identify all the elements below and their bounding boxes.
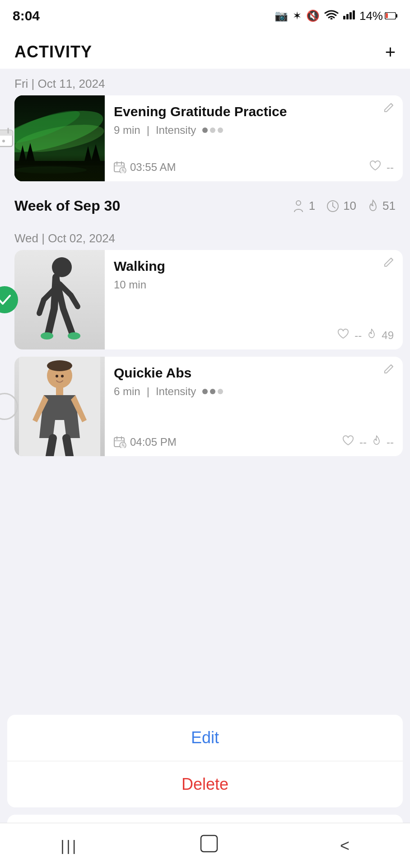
date-label-oct02: Wed | Oct 02, 2024	[0, 223, 410, 250]
time-calendar-icon	[114, 161, 126, 173]
flame-icon-abs	[372, 435, 381, 449]
svg-rect-18	[14, 161, 105, 181]
svg-point-46	[61, 375, 64, 377]
person-icon	[292, 199, 305, 213]
status-time: 8:04	[13, 8, 40, 24]
svg-rect-6	[396, 14, 397, 18]
svg-point-39	[68, 332, 80, 340]
svg-line-54	[391, 365, 393, 367]
card-name-gratitude: Evening Gratitude Practice	[114, 103, 394, 120]
edit-pencil-abs[interactable]	[383, 363, 396, 379]
intensity-dots-gratitude	[202, 127, 223, 133]
calories-abs: --	[387, 436, 394, 448]
card-meta-walking: 10 min	[114, 278, 394, 291]
card-stats-gratitude: --	[369, 160, 394, 174]
time-icon-abs	[114, 436, 126, 448]
week-title: Week of Sep 30	[14, 198, 120, 214]
nav-home-icon[interactable]	[199, 834, 219, 858]
time-value-abs: 04:05 PM	[130, 436, 177, 448]
dot-abs-3	[218, 389, 223, 394]
svg-point-0	[330, 18, 332, 20]
action-sheet-overlay: Edit Delete Cancel ||| <	[0, 715, 410, 868]
activity-card-abs[interactable]: Quickie Abs 6 min | Intensity	[14, 357, 403, 456]
svg-line-32	[391, 104, 393, 105]
action-group-primary: Edit Delete	[7, 715, 403, 807]
activity-card-walking[interactable]: Walking 10 min --	[14, 250, 403, 349]
card-footer-abs: 04:05 PM --	[114, 435, 394, 449]
add-button[interactable]: +	[385, 43, 396, 61]
card-info-gratitude: Evening Gratitude Practice 9 min | Inten…	[105, 95, 403, 181]
heart-rate-gratitude: --	[387, 161, 394, 174]
pending-indicator-abs	[0, 393, 18, 420]
activity-header: ACTIVITY +	[0, 32, 410, 69]
svg-point-33	[296, 201, 301, 205]
heart-icon-abs	[342, 435, 354, 449]
card-info-abs: Quickie Abs 6 min | Intensity	[105, 357, 403, 456]
card-meta-abs: 6 min | Intensity	[114, 385, 394, 398]
walker-svg	[23, 250, 96, 349]
card-image-walker	[14, 250, 105, 349]
week-stats: 1 10 51	[292, 199, 396, 213]
svg-line-40	[391, 258, 393, 260]
svg-rect-10	[0, 133, 13, 136]
heart-rate-abs: --	[359, 436, 367, 448]
svg-rect-2	[346, 14, 349, 19]
section-oct11: Fri | Oct 11, 2024	[0, 69, 410, 181]
battery-indicator: 14%	[359, 9, 397, 23]
svg-line-36	[333, 206, 335, 208]
clock-icon	[326, 199, 340, 213]
abs-person-svg	[19, 357, 100, 456]
delete-button[interactable]: Delete	[7, 761, 403, 807]
dot-3	[218, 127, 223, 133]
card-name-abs: Quickie Abs	[114, 364, 394, 382]
heart-rate-walking: --	[354, 329, 362, 342]
activity-card-gratitude[interactable]: Evening Gratitude Practice 9 min | Inten…	[14, 95, 403, 181]
svg-rect-3	[349, 12, 352, 19]
nav-bar: ||| <	[0, 823, 410, 868]
card-meta-gratitude: 9 min | Intensity	[114, 124, 394, 137]
duration-abs: 6 min	[114, 385, 140, 398]
week-stat-minutes: 10	[326, 199, 356, 213]
intensity-dots-abs	[202, 389, 223, 394]
calories-walking: 49	[382, 329, 394, 342]
card-image-abs	[14, 357, 105, 456]
page-title: ACTIVITY	[14, 42, 92, 61]
duration-gratitude: 9 min	[114, 124, 140, 137]
svg-point-43	[47, 360, 72, 371]
wifi-icon	[324, 9, 339, 22]
svg-point-38	[41, 332, 53, 340]
card-row-walking: Walking 10 min --	[0, 250, 410, 349]
card-image-northern-lights	[14, 95, 105, 181]
time-value-gratitude: 03:55 AM	[130, 161, 176, 174]
calories-count: 51	[382, 199, 396, 213]
week-header: Week of Sep 30 1 10	[0, 189, 410, 223]
edit-pencil-gratitude[interactable]	[383, 102, 396, 118]
date-label-oct11: Fri | Oct 11, 2024	[0, 69, 410, 95]
flame-icon	[367, 199, 379, 213]
svg-rect-7	[386, 13, 388, 18]
card-name-walking: Walking	[114, 257, 394, 275]
edit-pencil-walking[interactable]	[383, 256, 396, 272]
card-footer-gratitude: 03:55 AM --	[114, 160, 394, 174]
duration-walking: 10 min	[114, 278, 146, 291]
side-calendar-icon	[0, 127, 14, 150]
nav-back-icon[interactable]: <	[340, 836, 349, 855]
svg-rect-55	[201, 835, 217, 852]
status-bar: 8:04 📷 ✶ 🔇 14%	[0, 0, 410, 32]
heart-icon-gratitude	[369, 160, 381, 174]
svg-point-13	[2, 140, 5, 142]
nav-menu-icon[interactable]: |||	[61, 837, 78, 854]
section-week-sep30: Week of Sep 30 1 10	[0, 189, 410, 456]
activities-count: 1	[309, 199, 315, 213]
edit-button[interactable]: Edit	[7, 715, 403, 761]
card-stats-walking: -- 49	[337, 329, 394, 342]
flame-icon-walking	[367, 329, 376, 342]
dot-abs-1	[202, 389, 208, 394]
signal-icon	[343, 9, 355, 22]
card-row-gratitude: Evening Gratitude Practice 9 min | Inten…	[0, 95, 410, 181]
dot-2	[210, 127, 215, 133]
week-stat-activities: 1	[292, 199, 315, 213]
card-time-abs: 04:05 PM	[114, 436, 177, 448]
status-icons: 📷 ✶ 🔇 14%	[275, 9, 397, 23]
card-footer-walking: -- 49	[114, 329, 394, 342]
